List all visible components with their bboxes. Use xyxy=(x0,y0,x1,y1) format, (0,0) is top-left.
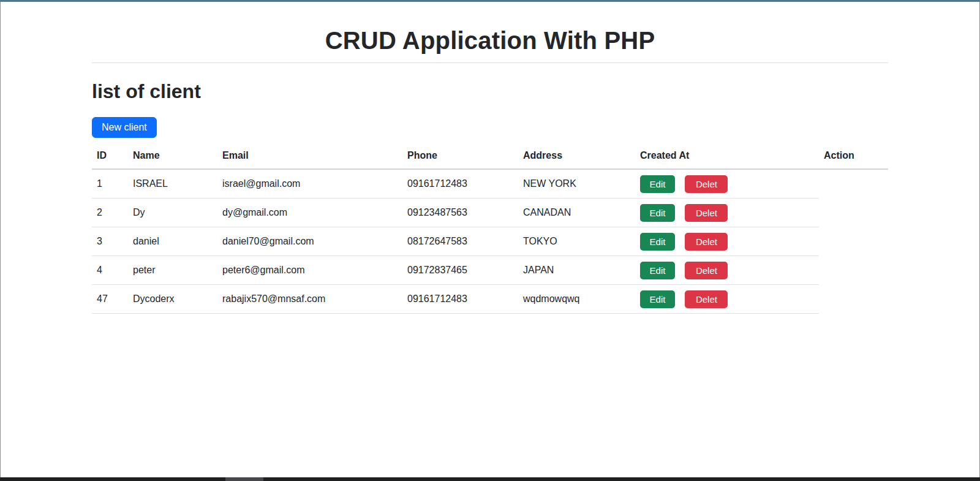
cell-email: israel@gmail.com xyxy=(217,169,402,199)
cell-name: daniel xyxy=(128,227,217,256)
cell-address: JAPAN xyxy=(518,256,635,285)
header-created-at: Created At xyxy=(635,144,819,169)
edit-button[interactable]: Edit xyxy=(640,204,675,222)
header-action: Action xyxy=(819,144,888,169)
cell-phone: 08172647583 xyxy=(402,227,518,256)
edit-button[interactable]: Edit xyxy=(640,233,675,251)
page-title: CRUD Application With PHP xyxy=(92,28,888,53)
cell-name: peter xyxy=(128,256,217,285)
cell-name: Dycoderx xyxy=(128,285,217,314)
cell-actions: Edit Delet xyxy=(635,285,819,314)
cell-phone: 09123487563 xyxy=(402,199,518,227)
cell-actions: Edit Delet xyxy=(635,227,819,256)
cell-name: ISRAEL xyxy=(128,169,217,199)
cell-id: 3 xyxy=(92,227,128,256)
new-client-button[interactable]: New client xyxy=(92,117,157,138)
delete-button[interactable]: Delet xyxy=(685,175,728,193)
table-row: 2 Dy dy@gmail.com 09123487563 CANADAN Ed… xyxy=(92,199,888,227)
cell-phone: 09172837465 xyxy=(402,256,518,285)
main-container: CRUD Application With PHP list of client… xyxy=(92,28,888,314)
table-row: 3 daniel daniel70@gmail.com 08172647583 … xyxy=(92,227,888,256)
cell-phone: 09161712483 xyxy=(402,285,518,314)
cell-email: rabajix570@mnsaf.com xyxy=(217,285,402,314)
table-row: 1 ISRAEL israel@gmail.com 09161712483 NE… xyxy=(92,169,888,199)
delete-button[interactable]: Delet xyxy=(685,233,728,251)
table-row: 47 Dycoderx rabajix570@mnsaf.com 0916171… xyxy=(92,285,888,314)
delete-button[interactable]: Delet xyxy=(685,204,728,222)
cell-email: dy@gmail.com xyxy=(217,199,402,227)
cell-id: 2 xyxy=(92,199,128,227)
table-row: 4 peter peter6@gmail.com 09172837465 JAP… xyxy=(92,256,888,285)
cell-email: daniel70@gmail.com xyxy=(217,227,402,256)
cell-id: 4 xyxy=(92,256,128,285)
cell-address: CANADAN xyxy=(518,199,635,227)
cell-id: 1 xyxy=(92,169,128,199)
edit-button[interactable]: Edit xyxy=(640,262,675,279)
cell-address: NEW YORK xyxy=(518,169,635,199)
cell-name: Dy xyxy=(128,199,217,227)
cell-actions: Edit Delet xyxy=(635,199,819,227)
horizontal-scrollbar[interactable] xyxy=(0,477,980,481)
window-top-accent xyxy=(0,0,980,2)
delete-button[interactable]: Delet xyxy=(685,262,728,279)
section-title: list of client xyxy=(92,81,888,101)
cell-address: TOKYO xyxy=(518,227,635,256)
edit-button[interactable]: Edit xyxy=(640,175,675,193)
cell-phone: 09161712483 xyxy=(402,169,518,199)
horizontal-scrollbar-thumb[interactable] xyxy=(225,477,263,481)
cell-actions: Edit Delet xyxy=(635,169,819,199)
header-id: ID xyxy=(92,144,128,169)
edit-button[interactable]: Edit xyxy=(640,290,675,308)
cell-id: 47 xyxy=(92,285,128,314)
table-header-row: ID Name Email Phone Address Created At A… xyxy=(92,144,888,169)
cell-address: wqdmowqwq xyxy=(518,285,635,314)
header-phone: Phone xyxy=(402,144,518,169)
header-address: Address xyxy=(518,144,635,169)
delete-button[interactable]: Delet xyxy=(685,290,728,308)
header-email: Email xyxy=(217,144,402,169)
cell-actions: Edit Delet xyxy=(635,256,819,285)
header-name: Name xyxy=(128,144,217,169)
title-divider xyxy=(92,62,888,63)
client-table: ID Name Email Phone Address Created At A… xyxy=(92,144,888,314)
cell-email: peter6@gmail.com xyxy=(217,256,402,285)
